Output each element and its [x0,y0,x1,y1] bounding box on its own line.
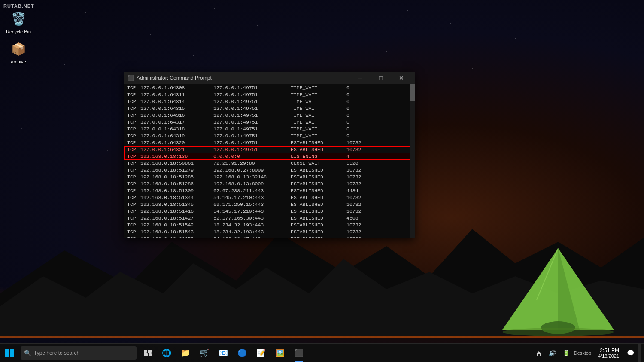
table-row: TCP192.168.0.18:51285192.168.0.13:32148E… [124,173,410,180]
volume-icon[interactable]: 🔊 [547,347,559,359]
table-row: TCP192.168.0.18:5134454.145.17.210:443ES… [124,194,410,201]
desktop-icon-recycle-bin[interactable]: 🗑️ Recycle Bin [3,9,33,36]
taskbar-app-word[interactable]: 📝 [252,344,270,362]
clock-time: 2:51 PM [600,347,619,353]
close-button[interactable]: ✕ [392,72,411,84]
start-button[interactable] [0,344,19,362]
taskbar-app-store[interactable]: 🛒 [195,344,214,362]
recycle-bin-icon: 🗑️ [10,10,27,27]
table-row: TCP127.0.0.1:64311127.0.0.1:49751TIME_WA… [124,91,410,98]
cmd-content[interactable]: TCP127.0.0.1:64308127.0.0.1:49751TIME_WA… [124,84,415,238]
table-row: TCP192.168.0.18:51286192.168.0.13:8009ES… [124,180,410,187]
minimize-button[interactable]: ─ [350,72,370,84]
task-view-button[interactable] [138,344,157,362]
desktop-label: Desktop [574,350,591,356]
table-row: TCP127.0.0.1:64318127.0.0.1:49751TIME_WA… [124,125,410,132]
scrollbar-thumb[interactable] [410,84,415,101]
clock-date: 4/18/2021 [598,353,619,359]
table-row: TCP127.0.0.1:64308127.0.0.1:49751TIME_WA… [124,84,410,91]
table-row: TCP127.0.0.1:64319127.0.0.1:49751TIME_WA… [124,132,410,139]
taskbar-app-cmd[interactable]: ⬛ [289,344,308,362]
system-clock[interactable]: 2:51 PM 4/18/2021 [595,347,623,359]
cmd-icon: ⬛ [127,75,134,81]
netstat-table: TCP127.0.0.1:64308127.0.0.1:49751TIME_WA… [124,84,410,238]
tray-overflow-button[interactable]: ⋯ [519,347,531,359]
table-row: TCP192.168.0.18:5086172.21.91.29:80CLOSE… [124,160,410,166]
taskbar-app-chrome[interactable]: 🔵 [233,344,252,362]
table-row: TCP127.0.0.1:64314127.0.0.1:49751TIME_WA… [124,98,410,105]
table-row: TCP192.168.0.18:5154218.234.32.193:443ES… [124,221,410,228]
table-row: TCP127.0.0.1:64321127.0.0.1:49751ESTABLI… [124,146,410,153]
notification-button[interactable]: 🗨️ [624,347,636,359]
taskbar: 🔍 Type here to search 🌐📁🛒📧🔵📝🖼️⬛ ⋯ [0,343,644,362]
svg-rect-7 [5,349,9,353]
svg-rect-13 [144,353,148,356]
table-row: TCP192.168.0.18:51279192.168.0.27:8009ES… [124,166,410,173]
table-row: TCP192.168.0.18:5141654.145.17.210:443ES… [124,208,410,214]
svg-rect-9 [5,353,9,357]
show-desktop-button[interactable] [638,344,641,362]
archive-icon: 📦 [10,40,27,57]
svg-rect-14 [149,353,152,356]
maximize-button[interactable]: □ [371,72,391,84]
table-row: TCP192.168.0.18:5142752.177.165.30:443ES… [124,214,410,221]
svg-rect-11 [144,350,147,353]
table-row: TCP127.0.0.1:64317127.0.0.1:49751TIME_WA… [124,118,410,125]
table-row: TCP127.0.0.1:64316127.0.0.1:49751TIME_WA… [124,112,410,118]
windows-icon [5,349,14,357]
tent [494,244,623,338]
search-bar[interactable]: 🔍 Type here to search [21,346,137,360]
table-row: TCP192.168.0.18:5154318.234.32.193:443ES… [124,228,410,235]
archive-label: archive [11,59,26,64]
desktop: RUTAB.NET 🗑️ Recycle Bin 📦 archive ⬛ Adm… [0,0,644,362]
watermark: RUTAB.NET [3,3,34,9]
search-icon: 🔍 [24,350,31,356]
scrollbar[interactable] [410,84,415,238]
titlebar-buttons: ─ □ ✕ [350,72,411,84]
table-row: TCP192.168.0.18:5130962.67.238.211:443ES… [124,187,410,194]
cmd-window: ⬛ Administrator: Command Prompt ─ □ ✕ TC… [124,72,415,238]
table-row: TCP127.0.0.1:64315127.0.0.1:49751TIME_WA… [124,105,410,112]
network-svg [535,350,542,356]
cmd-titlebar: ⬛ Administrator: Command Prompt ─ □ ✕ [124,72,415,84]
network-icon[interactable] [533,347,545,359]
svg-point-6 [502,328,614,336]
svg-rect-10 [10,353,14,357]
taskbar-app-file-explorer[interactable]: 📁 [176,344,195,362]
taskbar-tray: ⋯ 🔊 🔋 Desktop 2:51 PM 4/18/2021 🗨️ [516,344,644,362]
cmd-title: Administrator: Command Prompt [137,75,350,81]
svg-rect-8 [10,349,14,353]
table-row: TCP192.168.0.18:6115954.166.98.47:443EST… [124,235,410,238]
taskbar-app-photos[interactable]: 🖼️ [270,344,289,362]
svg-rect-12 [148,350,152,353]
task-view-icon [144,350,152,356]
battery-icon[interactable]: 🔋 [560,347,572,359]
table-row: TCP192.168.0.18:5134569.171.250.15:443ES… [124,201,410,208]
taskbar-apps: 🌐📁🛒📧🔵📝🖼️⬛ [157,344,516,362]
desktop-icon-archive[interactable]: 📦 archive [3,39,33,66]
table-row: TCP192.168.0.18:1390.0.0.0:0LISTENING4 [124,153,410,160]
table-row: TCP127.0.0.1:64320127.0.0.1:49751ESTABLI… [124,139,410,146]
taskbar-app-edge[interactable]: 🌐 [157,344,176,362]
taskbar-app-mail[interactable]: 📧 [214,344,233,362]
recycle-bin-label: Recycle Bin [6,29,31,34]
search-placeholder: Type here to search [34,350,79,356]
